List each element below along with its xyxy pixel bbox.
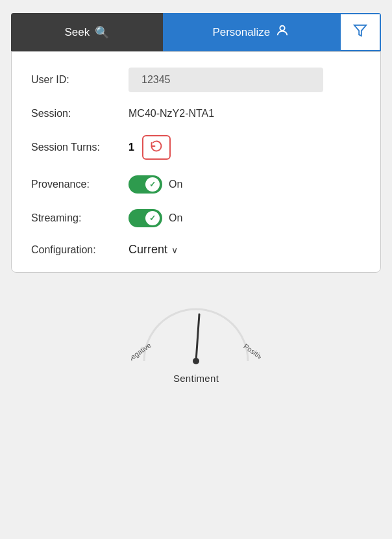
reset-icon: [150, 140, 163, 155]
streaming-label: Streaming:: [31, 212, 129, 224]
streaming-check-icon: ✓: [149, 214, 156, 223]
svg-marker-1: [354, 25, 366, 36]
configuration-row: Configuration: Current ∨: [31, 243, 361, 257]
configuration-label: Configuration:: [31, 244, 129, 256]
session-turns-row: Session Turns: 1: [31, 135, 361, 160]
user-id-label: User ID:: [31, 74, 129, 86]
personalize-label: Personalize: [212, 26, 270, 39]
provenance-check-icon: ✓: [149, 180, 156, 189]
session-value: MC40-NzY2-NTA1: [129, 108, 214, 119]
streaming-toggle[interactable]: ✓: [129, 209, 162, 227]
main-card: User ID: Session: MC40-NzY2-NTA1 Session…: [11, 51, 381, 273]
tab-filter[interactable]: [339, 13, 381, 51]
provenance-toggle-track: ✓: [129, 175, 162, 194]
provenance-row: Provenance: ✓ On: [31, 175, 361, 194]
streaming-toggle-thumb: ✓: [145, 211, 160, 225]
chevron-down-icon: ∨: [171, 245, 178, 255]
session-label: Session:: [31, 108, 129, 119]
svg-point-3: [193, 358, 199, 364]
reset-session-button[interactable]: [142, 135, 171, 160]
streaming-toggle-track: ✓: [129, 209, 162, 227]
positive-label: Positive: [242, 342, 261, 363]
svg-point-0: [280, 26, 285, 31]
provenance-toggle-thumb: ✓: [145, 177, 160, 192]
streaming-toggle-wrap: ✓ On: [129, 209, 182, 227]
negative-label: Negative: [131, 341, 153, 364]
provenance-status: On: [169, 179, 182, 190]
provenance-label: Provenance:: [31, 179, 129, 190]
sentiment-title: Sentiment: [173, 373, 219, 384]
seek-label: Seek: [64, 26, 90, 39]
user-id-input[interactable]: [129, 68, 323, 92]
seek-icon: 🔍: [95, 25, 109, 40]
session-turns-label: Session Turns:: [31, 142, 129, 153]
tab-personalize[interactable]: Personalize: [163, 13, 339, 51]
person-icon: [275, 23, 289, 41]
streaming-status: On: [169, 212, 182, 224]
configuration-value: Current: [129, 243, 167, 257]
gauge-svg: Negative Positive: [131, 296, 261, 374]
sentiment-section: Negative Positive Sentiment: [11, 296, 381, 384]
configuration-dropdown[interactable]: Current ∨: [129, 243, 178, 257]
user-id-row: User ID:: [31, 68, 361, 92]
app-container: Seek 🔍 Personalize User ID:: [11, 13, 381, 384]
session-row: Session: MC40-NzY2-NTA1: [31, 108, 361, 119]
streaming-row: Streaming: ✓ On: [31, 209, 361, 227]
session-turns-value: 1: [129, 142, 134, 153]
provenance-toggle[interactable]: ✓: [129, 175, 162, 194]
gauge-container: Negative Positive: [131, 296, 261, 368]
provenance-toggle-wrap: ✓ On: [129, 175, 182, 194]
tab-seek[interactable]: Seek 🔍: [11, 13, 163, 51]
svg-line-2: [196, 314, 199, 361]
nav-tabs: Seek 🔍 Personalize: [11, 13, 381, 51]
filter-icon: [353, 23, 367, 41]
